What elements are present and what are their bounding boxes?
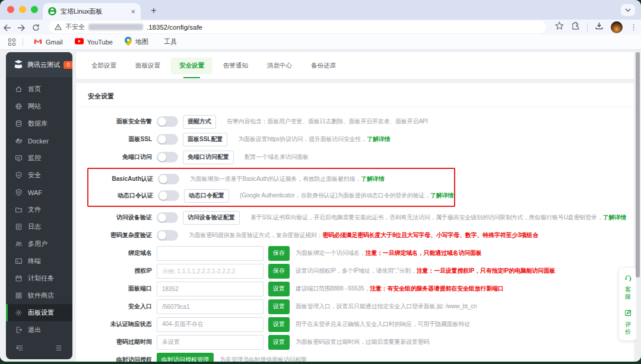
config-button[interactable]: 动态口令配置 <box>184 189 229 203</box>
action-button[interactable]: 设置 <box>268 317 290 332</box>
desc-text: 设置访问授权IP，多个IP地址，请使用","分割， <box>296 267 417 274</box>
tab-search-button[interactable] <box>621 4 635 16</box>
bookmark-star-icon[interactable] <box>555 21 564 33</box>
action-button[interactable]: 临时访问授权管理 <box>157 353 214 362</box>
sidebar-item-shield-check[interactable]: 安全 <box>6 167 72 184</box>
bookmark-item[interactable]: Gmail <box>30 36 66 48</box>
setting-input[interactable] <box>157 246 264 261</box>
setting-label: 访问设备验证 <box>97 213 152 222</box>
toggle-switch[interactable] <box>157 152 178 162</box>
downloads-icon[interactable] <box>595 21 604 33</box>
sidebar-item-terminal[interactable]: 终端 <box>6 253 72 270</box>
sidebar-menu: 首页 网站 数据库 Docker 监控 安全 WAF 文件 日志 多用户 终端 … <box>6 77 72 339</box>
tab-4[interactable]: 消息中心 <box>259 58 300 74</box>
reload-button[interactable] <box>28 23 43 32</box>
minimize-window-button[interactable] <box>19 6 26 13</box>
details-link[interactable]: 了解详情 <box>367 136 390 142</box>
browser-menu-icon[interactable]: ⋮ <box>630 23 637 31</box>
sidebar-item-shield[interactable]: WAF <box>6 184 72 201</box>
chevron-down-icon <box>625 8 631 12</box>
sidebar-item-monitor[interactable]: 监控 <box>6 149 72 167</box>
sidebar-item-label: 面板设置 <box>28 308 54 317</box>
zoom-window-button[interactable] <box>31 6 38 13</box>
globe-icon <box>15 103 23 110</box>
close-window-button[interactable] <box>7 6 14 13</box>
sidebar-item-home[interactable]: 首页 <box>6 81 72 98</box>
settings-row: 授权IP 保存 设置访问授权IP，多个IP地址，请使用","分割，注意：一旦设置… <box>76 262 634 280</box>
desc-text: 建议端口范围8888 - 65535， <box>296 285 370 292</box>
setting-label: 授权IP <box>97 267 152 275</box>
page-scrollbar[interactable] <box>636 50 640 362</box>
sidebar-item-label: WAF <box>28 189 42 196</box>
bookmark-item[interactable]: 工具 <box>157 36 180 48</box>
setting-input[interactable] <box>157 282 264 296</box>
apps-grid-icon[interactable] <box>8 39 15 46</box>
security-label[interactable]: 不安全 <box>65 23 85 31</box>
collapse-sidebar-icon[interactable] <box>15 344 24 355</box>
desc-text: 基于SSL证书双向验证，开启后电脑需要安装此证书，否则将无法访问，属于极高安全级… <box>250 214 603 221</box>
sidebar-item-database[interactable]: 数据库 <box>6 115 72 132</box>
details-link[interactable]: 了解详情 <box>361 175 384 182</box>
toggle-knob <box>159 175 167 183</box>
toggle-switch[interactable] <box>158 190 179 201</box>
action-button[interactable]: 设置 <box>268 282 290 296</box>
setting-input[interactable] <box>157 299 264 314</box>
toggle-switch[interactable] <box>157 230 178 241</box>
details-link[interactable]: 了解详情 <box>603 214 626 221</box>
help-item-headset[interactable]: 客服 <box>624 273 632 300</box>
sidebar-item-folder[interactable]: 文件 <box>6 201 72 218</box>
menu-list-icon[interactable] <box>55 344 63 355</box>
help-item-edit[interactable]: 评价 <box>624 308 632 335</box>
setting-description: 告警内容包含：面板用户变更、面板日志删除、面板开启开发者、面板开启API <box>227 117 428 126</box>
sidebar-header[interactable]: 腾讯云测试 0 <box>6 52 72 77</box>
forward-button[interactable] <box>14 23 28 32</box>
youtube-icon <box>75 38 84 46</box>
action-button[interactable]: 保存 <box>268 246 290 261</box>
setting-input[interactable] <box>157 264 264 279</box>
desc-text: 为非管理员临时提供面板访问权限 <box>220 356 307 362</box>
toggle-switch[interactable] <box>158 174 179 184</box>
alert-count-badge[interactable]: 0 <box>64 61 72 69</box>
tab-1[interactable]: 面板设置 <box>127 58 169 74</box>
config-button[interactable]: 免端口访问配置 <box>183 151 234 164</box>
bookmark-item[interactable]: YouTube <box>71 36 116 48</box>
back-button[interactable] <box>0 23 14 32</box>
sidebar-item-calendar[interactable]: 计划任务 <box>6 270 72 287</box>
scrollbar-thumb[interactable] <box>636 52 640 277</box>
desc-text: 为面板绑定一个访问域名， <box>296 250 366 256</box>
profile-avatar[interactable] <box>611 21 623 33</box>
sidebar-item-logout[interactable]: 退出 <box>6 321 72 339</box>
config-button[interactable]: 面板SSL配置 <box>183 133 227 146</box>
action-button[interactable]: 设置 <box>268 299 290 314</box>
config-button[interactable]: 提醒方式 <box>183 115 216 129</box>
toggle-switch[interactable] <box>157 212 178 223</box>
sidebar-item-gear[interactable]: 面板设置 <box>6 304 72 321</box>
sidebar-item-app-store[interactable]: 软件商店 <box>6 287 72 304</box>
config-button[interactable]: 访问设备验证配置 <box>183 211 240 225</box>
toggle-switch[interactable] <box>157 134 178 145</box>
sidebar-item-docker[interactable]: Docker <box>6 132 72 149</box>
details-link[interactable]: 了解详情 <box>430 192 453 199</box>
setting-input[interactable] <box>157 335 264 350</box>
toggle-switch[interactable] <box>157 116 178 127</box>
action-button[interactable]: 设置 <box>268 335 290 350</box>
tab-2-active[interactable]: 安全设置 <box>171 58 212 74</box>
users-icon <box>15 240 23 248</box>
maps-icon <box>125 37 132 47</box>
logout-icon <box>15 326 23 334</box>
tab-3[interactable]: 告警通知 <box>215 58 256 74</box>
new-tab-button[interactable]: + <box>147 5 160 18</box>
sidebar-item-log[interactable]: 日志 <box>6 218 72 235</box>
setting-input[interactable] <box>157 317 264 332</box>
address-bar[interactable]: 不安全 .18352/config/safe <box>49 21 546 33</box>
bookmark-item[interactable]: 地图 <box>121 36 152 48</box>
toolbar-actions: ⋮ <box>555 20 637 34</box>
tab-5[interactable]: 备份还原 <box>303 58 344 74</box>
action-button[interactable]: 保存 <box>268 264 290 279</box>
sidebar-item-globe[interactable]: 网站 <box>6 98 72 115</box>
tab-close-icon[interactable]: × <box>131 7 135 16</box>
tab-0[interactable]: 全部设置 <box>83 58 125 74</box>
extensions-icon[interactable] <box>571 21 580 33</box>
browser-tab[interactable]: 宝塔Linux面板 × <box>43 3 141 20</box>
sidebar-item-users[interactable]: 多用户 <box>6 235 72 253</box>
